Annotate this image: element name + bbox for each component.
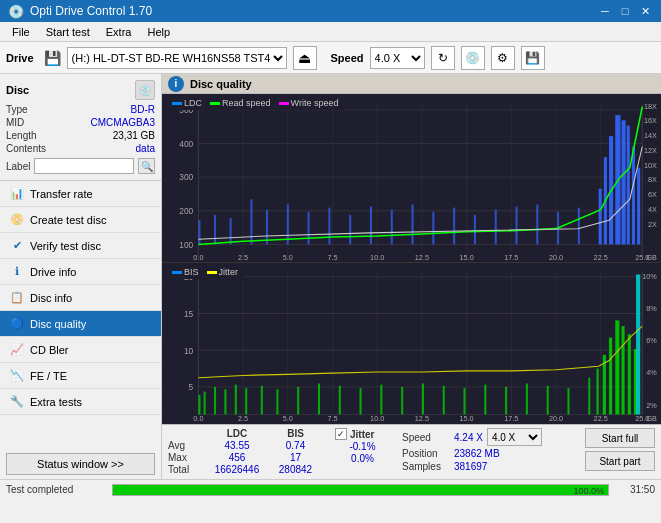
svg-rect-115 <box>261 386 263 415</box>
svg-text:100: 100 <box>179 240 193 250</box>
ldc-legend-color <box>172 102 182 105</box>
svg-text:5.0: 5.0 <box>283 253 293 262</box>
jitter-checkbox[interactable]: ✓ <box>335 428 347 440</box>
position-key: Position <box>402 448 450 459</box>
speed-select[interactable]: 4.0 X <box>370 47 425 69</box>
close-button[interactable]: ✕ <box>637 3 653 19</box>
svg-rect-52 <box>370 207 372 245</box>
total-bis: 280842 <box>268 464 323 475</box>
svg-rect-127 <box>505 387 507 415</box>
menu-help[interactable]: Help <box>139 24 178 40</box>
svg-text:14X: 14X <box>644 131 657 140</box>
svg-text:18X: 18X <box>644 102 657 111</box>
write-speed-legend-color <box>279 102 289 105</box>
svg-rect-116 <box>276 390 278 415</box>
contents-key: Contents <box>6 143 46 154</box>
maximize-button[interactable]: □ <box>617 3 633 19</box>
quality-title: Disc quality <box>190 78 252 90</box>
drive-icon: 💾 <box>44 50 61 66</box>
sidebar-item-create-test-disc[interactable]: 📀 Create test disc <box>0 207 161 233</box>
sidebar-item-label: Disc quality <box>30 318 86 330</box>
svg-text:10: 10 <box>184 346 193 356</box>
avg-bis: 0.74 <box>268 440 323 451</box>
sidebar-item-disc-quality[interactable]: 🔵 Disc quality <box>0 311 161 337</box>
disc-panel: Disc 💿 Type BD-R MID CMCMAGBA3 Length 23… <box>0 74 161 181</box>
start-part-button[interactable]: Start part <box>585 451 655 471</box>
svg-text:17.5: 17.5 <box>504 253 518 262</box>
svg-text:300: 300 <box>179 172 193 182</box>
svg-rect-71 <box>162 263 661 424</box>
save-button[interactable]: 💾 <box>521 46 545 70</box>
svg-rect-63 <box>599 189 602 245</box>
chart1-svg: 500 400 300 200 100 18X 16X 14X 12X 10X … <box>162 94 661 262</box>
svg-rect-59 <box>515 207 517 245</box>
drive-label: Drive <box>6 52 34 64</box>
svg-text:12.5: 12.5 <box>415 253 429 262</box>
svg-rect-137 <box>628 334 631 414</box>
status-window-button[interactable]: Status window >> <box>6 453 155 475</box>
speed-select-stats[interactable]: 4.0 X <box>487 428 542 446</box>
disc-button[interactable]: 💿 <box>461 46 485 70</box>
menu-start-test[interactable]: Start test <box>38 24 98 40</box>
write-speed-legend-label: Write speed <box>291 98 339 108</box>
svg-rect-128 <box>526 384 528 415</box>
menu-file[interactable]: File <box>4 24 38 40</box>
svg-text:20.0: 20.0 <box>549 414 563 423</box>
titlebar-title: 💿 Opti Drive Control 1.70 <box>8 4 152 19</box>
sidebar-item-label: Verify test disc <box>30 240 101 252</box>
svg-rect-56 <box>453 208 455 245</box>
sidebar-item-verify-test-disc[interactable]: ✔ Verify test disc <box>0 233 161 259</box>
sidebar-item-cd-bler[interactable]: 📈 CD Bler <box>0 337 161 363</box>
label-search-button[interactable]: 🔍 <box>138 158 155 174</box>
sidebar-item-label: Create test disc <box>30 214 106 226</box>
jitter-legend-color <box>207 271 217 274</box>
svg-rect-55 <box>432 212 434 245</box>
svg-rect-136 <box>621 326 624 414</box>
start-full-button[interactable]: Start full <box>585 428 655 448</box>
refresh-button[interactable]: ↻ <box>431 46 455 70</box>
statusbar: Test completed 100.0% 31:50 <box>0 479 661 499</box>
sidebar-item-label: FE / TE <box>30 370 67 382</box>
type-key: Type <box>6 104 28 115</box>
eject-button[interactable]: ⏏ <box>293 46 317 70</box>
length-key: Length <box>6 130 37 141</box>
menu-extra[interactable]: Extra <box>98 24 140 40</box>
svg-rect-62 <box>578 208 580 245</box>
position-val: 23862 MB <box>454 448 500 459</box>
svg-rect-44 <box>214 215 216 244</box>
sidebar-item-transfer-rate[interactable]: 📊 Transfer rate <box>0 181 161 207</box>
label-input[interactable] <box>34 158 134 174</box>
svg-text:0.0: 0.0 <box>193 253 203 262</box>
sidebar: Disc 💿 Type BD-R MID CMCMAGBA3 Length 23… <box>0 74 162 479</box>
svg-text:2.5: 2.5 <box>238 414 248 423</box>
total-label: Total <box>168 464 206 475</box>
drive-info-icon: ℹ <box>10 265 24 279</box>
sidebar-item-label: CD Bler <box>30 344 69 356</box>
svg-rect-60 <box>536 204 538 244</box>
app-icon: 💿 <box>8 4 24 19</box>
sidebar-item-extra-tests[interactable]: 🔧 Extra tests <box>0 389 161 415</box>
svg-rect-53 <box>391 210 393 245</box>
extra-tests-icon: 🔧 <box>10 395 24 409</box>
sidebar-item-label: Drive info <box>30 266 76 278</box>
minimize-button[interactable]: ─ <box>597 3 613 19</box>
sidebar-item-drive-info[interactable]: ℹ Drive info <box>0 259 161 285</box>
svg-text:7.5: 7.5 <box>327 253 337 262</box>
svg-text:17.5: 17.5 <box>504 414 518 423</box>
bis-legend-color <box>172 271 182 274</box>
svg-rect-117 <box>297 387 299 415</box>
sidebar-item-label: Transfer rate <box>30 188 93 200</box>
sidebar-item-disc-info[interactable]: 📋 Disc info <box>0 285 161 311</box>
svg-rect-134 <box>609 338 612 415</box>
settings-button[interactable]: ⚙ <box>491 46 515 70</box>
svg-text:12X: 12X <box>644 146 657 155</box>
drive-select[interactable]: (H:) HL-DT-ST BD-RE WH16NS58 TST4 <box>67 47 287 69</box>
svg-rect-49 <box>308 212 310 245</box>
svg-rect-126 <box>484 385 486 415</box>
chart2-svg: 20 15 10 5 10% 8% 6% 4% 2% <box>162 263 661 424</box>
svg-rect-118 <box>318 384 320 415</box>
svg-text:10.0: 10.0 <box>370 414 384 423</box>
sidebar-item-fe-te[interactable]: 📉 FE / TE <box>0 363 161 389</box>
mid-key: MID <box>6 117 24 128</box>
sidebar-item-label: Disc info <box>30 292 72 304</box>
